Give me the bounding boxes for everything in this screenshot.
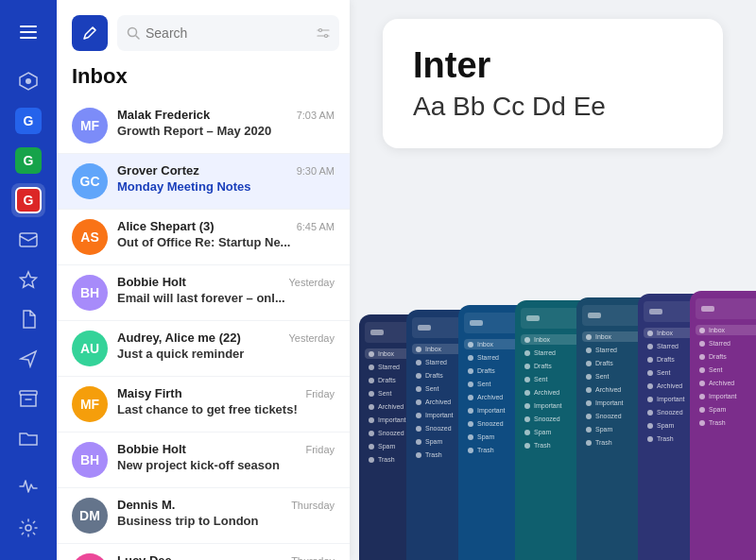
sender-name: Alice Shepart (3)	[117, 219, 215, 233]
sender-name: Bobbie Holt	[117, 442, 186, 456]
inbox-title: Inbox	[57, 60, 350, 98]
sender-name: Malak Frederick	[117, 108, 210, 122]
email-item[interactable]: LDLucy DeeThursdayMarketing Automation i…	[57, 544, 350, 560]
email-time: 6:45 AM	[297, 221, 335, 232]
email-content: Dennis M.ThursdayBusiness trip to London	[117, 498, 335, 528]
email-time: Thursday	[291, 500, 335, 511]
email-meta: Bobbie HoltFriday	[117, 442, 335, 456]
email-item[interactable]: AUAudrey, Alice me (22)YesterdayJust a q…	[57, 321, 350, 377]
email-content: Lucy DeeThursdayMarketing Automation inf…	[117, 553, 335, 560]
email-subject: Business trip to London	[117, 514, 335, 528]
avatar: MF	[72, 386, 108, 422]
svg-rect-5	[20, 391, 37, 395]
avatar: GC	[72, 163, 108, 199]
g-icon-blue[interactable]: G	[11, 104, 45, 138]
email-subject: Growth Report – May 2020	[117, 124, 335, 138]
email-item[interactable]: DMDennis M.ThursdayBusiness trip to Lond…	[57, 488, 350, 544]
email-time: 7:03 AM	[297, 110, 335, 121]
email-item[interactable]: BHBobbie HoltYesterdayEmail will last fo…	[57, 265, 350, 321]
svg-point-7	[129, 28, 137, 37]
font-sample: Aa Bb Cc Dd Ee	[413, 92, 693, 122]
email-item[interactable]: MFMaisy FirthFridayLast chance to get fr…	[57, 377, 350, 433]
email-content: Grover Cortez9:30 AMMonday Meeting Notes	[117, 163, 335, 194]
file-nav-icon[interactable]	[11, 302, 45, 336]
font-showcase-card: Inter Aa Bb Cc Dd Ee	[383, 19, 723, 148]
g-icon-red[interactable]: G	[11, 183, 45, 217]
search-bar[interactable]	[117, 15, 339, 51]
settings-nav-icon[interactable]	[11, 511, 45, 545]
email-subject: Email will last forever – onl...	[117, 291, 335, 305]
avatar: AU	[72, 331, 108, 366]
sender-name: Lucy Dee	[117, 553, 172, 560]
email-time: Friday	[305, 388, 335, 399]
email-meta: Malak Frederick7:03 AM	[117, 108, 335, 122]
menu-button[interactable]	[11, 15, 45, 49]
email-meta: Alice Shepart (3)6:45 AM	[117, 219, 335, 233]
email-time: Friday	[305, 444, 335, 455]
mail-nav-icon[interactable]	[11, 223, 45, 257]
email-item[interactable]: ASAlice Shepart (3)6:45 AMOut of Office …	[57, 210, 350, 265]
avatar: BH	[72, 442, 108, 478]
avatar: DM	[72, 498, 108, 534]
avatar: AS	[72, 219, 108, 255]
email-subject: Out of Office Re: Startup Ne...	[117, 235, 335, 249]
folder-nav-icon[interactable]	[11, 421, 45, 455]
email-meta: Bobbie HoltYesterday	[117, 275, 335, 289]
email-meta: Lucy DeeThursday	[117, 553, 335, 560]
email-subject: Monday Meeting Notes	[117, 179, 335, 194]
svg-point-3	[26, 78, 31, 84]
email-time: 9:30 AM	[297, 165, 335, 177]
email-time: Thursday	[291, 555, 335, 561]
email-content: Alice Shepart (3)6:45 AMOut of Office Re…	[117, 219, 335, 249]
email-content: Bobbie HoltFridayNew project kick-off se…	[117, 442, 335, 472]
email-item[interactable]: GCGrover Cortez9:30 AMMonday Meeting Not…	[57, 154, 350, 210]
sender-name: Audrey, Alice me (22)	[117, 331, 241, 345]
g-badge-red: G	[15, 187, 42, 213]
search-icon	[127, 26, 140, 40]
sender-name: Grover Cortez	[117, 163, 199, 178]
archive-nav-icon[interactable]	[11, 382, 45, 416]
email-item[interactable]: BHBobbie HoltFridayNew project kick-off …	[57, 433, 350, 488]
svg-rect-2	[20, 37, 37, 39]
theme-panel-7: Inbox Starred Drafts Sent Archived Impor…	[690, 291, 756, 560]
hexagon-nav-icon[interactable]	[11, 64, 45, 98]
email-content: Audrey, Alice me (22)YesterdayJust a qui…	[117, 331, 335, 361]
compose-button[interactable]	[72, 15, 108, 51]
email-meta: Grover Cortez9:30 AM	[117, 163, 335, 178]
email-meta: Maisy FirthFriday	[117, 386, 335, 400]
svg-rect-4	[20, 233, 37, 246]
avatar: BH	[72, 275, 108, 311]
filter-icon[interactable]	[317, 26, 330, 40]
sender-name: Dennis M.	[117, 498, 175, 512]
g-icon-green[interactable]: G	[11, 144, 45, 178]
email-time: Yesterday	[288, 277, 335, 288]
email-subject: Last chance to get free tickets!	[117, 402, 335, 416]
email-content: Bobbie HoltYesterdayEmail will last fore…	[117, 275, 335, 305]
email-subject: Just a quick reminder	[117, 347, 335, 361]
email-item[interactable]: MFMalak Frederick7:03 AMGrowth Report – …	[57, 98, 350, 154]
email-meta: Dennis M.Thursday	[117, 498, 335, 512]
sender-name: Maisy Firth	[117, 386, 182, 400]
svg-point-6	[26, 525, 31, 531]
email-content: Maisy FirthFridayLast chance to get free…	[117, 386, 335, 416]
theme-stack: Inbox Starred Drafts Sent Archived Impor…	[350, 258, 756, 560]
email-subject: New project kick-off season	[117, 458, 335, 472]
email-list: MFMalak Frederick7:03 AMGrowth Report – …	[57, 98, 350, 560]
avatar: MF	[72, 108, 108, 144]
email-time: Yesterday	[288, 332, 335, 344]
email-meta: Audrey, Alice me (22)Yesterday	[117, 331, 335, 345]
g-badge-blue: G	[15, 108, 42, 134]
send-nav-icon[interactable]	[11, 342, 45, 376]
icon-rail: G G G	[0, 0, 57, 560]
sender-name: Bobbie Holt	[117, 275, 186, 289]
svg-rect-0	[20, 25, 37, 27]
g-badge-green: G	[15, 147, 42, 174]
pulse-nav-icon[interactable]	[11, 469, 45, 503]
email-panel-header	[57, 0, 350, 60]
font-name: Inter	[413, 45, 693, 86]
star-nav-icon[interactable]	[11, 263, 45, 297]
avatar: LD	[72, 553, 108, 560]
search-input[interactable]	[146, 25, 311, 41]
email-content: Malak Frederick7:03 AMGrowth Report – Ma…	[117, 108, 335, 138]
email-panel: Inbox MFMalak Frederick7:03 AMGrowth Rep…	[57, 0, 350, 560]
